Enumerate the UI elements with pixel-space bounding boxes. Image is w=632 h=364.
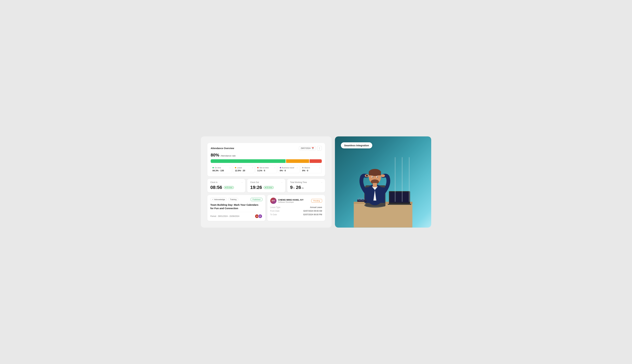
period-value: 29/01/2024 - 20/08/2024 — [218, 215, 239, 218]
to-date-val: 02/07/2024 06:00 PM — [303, 214, 322, 216]
stat-absent-label-row: Absent › — [302, 167, 320, 169]
to-date-row: To Date 02/07/2024 06:00 PM — [270, 214, 322, 216]
leave-chevron: › — [252, 167, 253, 169]
clock-out-status-badge: On time — [264, 186, 274, 189]
clock-out-header: Clock Out › — [250, 181, 282, 184]
leave-type-key: Leave Type — [270, 206, 280, 208]
from-date-val: 02/07/2024 09:00 AM — [303, 210, 322, 212]
clock-row: Clock In › 08:56 On time Clock Out › — [208, 179, 325, 192]
total-time-row: 9 h 26 m — [290, 185, 322, 190]
business-travel-chevron: › — [297, 167, 298, 169]
person-info: CHENG MING HANG, IVY Software Developer — [278, 198, 304, 203]
clock-in-status-badge: On time — [224, 186, 234, 189]
absent-label: Absent — [304, 167, 310, 169]
clock-in-chevron: › — [242, 181, 242, 183]
clock-out-on-time-dot — [265, 187, 266, 188]
announcement-card: ✓ Acknowledge Training Published Team Bu… — [208, 195, 265, 221]
person-role: Software Developer — [278, 201, 304, 203]
attendance-title: Attendance Overview — [211, 147, 234, 150]
clock-in-time-row: 08:56 On time — [210, 185, 242, 190]
not-on-time-label: Not on time — [260, 167, 268, 169]
to-date-key: To Date — [270, 214, 277, 216]
training-tag: Training — [228, 198, 238, 201]
clock-out-status: On time — [266, 186, 272, 188]
attendance-date-row: 29/07/2024 📅 ⋮ — [299, 146, 322, 150]
svg-marker-13 — [375, 186, 385, 203]
on-time-value: 84.3% · 135 — [212, 169, 230, 172]
date-text: 29/07/2024 — [301, 147, 310, 150]
leave-label: Leave — [237, 167, 242, 169]
total-chevron: › — [322, 181, 322, 183]
clock-in-card[interactable]: Clock In › 08:56 On time — [208, 179, 245, 192]
calendar-icon: 📅 — [312, 147, 314, 150]
leave-request-card: IVY CHENG MING HANG, IVY Software Develo… — [267, 195, 325, 221]
clock-out-chevron: › — [282, 181, 282, 183]
svg-point-21 — [377, 176, 378, 178]
seamless-integration-text: Seamless Integration — [344, 144, 369, 147]
not-on-time-value: 3.1% · 5 — [257, 169, 275, 172]
acknowledge-label: Acknowledge — [214, 198, 225, 200]
stats-row: On time › 84.3% · 135 Leave › 12.5% · 20 — [211, 165, 322, 173]
stat-on-time-label-row: On time › — [212, 167, 230, 169]
total-hours: 9 — [290, 185, 293, 190]
stat-business-travel[interactable]: Business travel › 0% · 0 — [278, 165, 300, 173]
clock-in-title: Clock In — [210, 181, 218, 184]
avatar-group: A B — [255, 214, 262, 218]
dot-red — [257, 167, 258, 168]
total-working-time-card[interactable]: Total Working Time › 9 h 26 m — [287, 179, 325, 192]
svg-point-20 — [372, 176, 373, 178]
from-date-row: From Date 02/07/2024 09:00 AM — [270, 210, 322, 212]
business-travel-label: Business travel — [282, 167, 294, 169]
stat-on-time[interactable]: On time › 84.3% · 135 — [211, 165, 232, 173]
on-time-label: On time — [214, 167, 221, 169]
stat-not-on-time[interactable]: Not on time › 3.1% · 5 — [256, 165, 277, 173]
dot-green — [212, 167, 214, 168]
left-panel: Attendance Overview 29/07/2024 📅 ⋮ 80% A… — [201, 136, 332, 228]
dot-orange — [235, 167, 236, 168]
stat-not-on-time-label-row: Not on time › — [257, 167, 275, 169]
published-label: Published — [252, 198, 260, 200]
progress-bar — [211, 159, 322, 163]
leave-type-row: Leave Type Annual Leave — [270, 206, 322, 208]
stat-leave[interactable]: Leave › 12.5% · 20 — [233, 165, 254, 173]
person-name: CHENG MING HANG, IVY — [278, 198, 304, 201]
svg-rect-5 — [388, 204, 411, 205]
absent-value: 0% · 0 — [302, 169, 320, 172]
svg-rect-4 — [390, 192, 409, 203]
dot-purple — [280, 167, 281, 168]
period-row: Period: 29/01/2024 - 20/08/2024 A B — [210, 214, 262, 218]
not-on-time-chevron: › — [274, 167, 275, 169]
pending-badge: Pending — [311, 199, 322, 202]
svg-rect-26 — [395, 157, 396, 202]
date-badge[interactable]: 29/07/2024 📅 — [299, 146, 316, 150]
svg-rect-16 — [369, 171, 381, 176]
attendance-header: Attendance Overview 29/07/2024 📅 ⋮ — [211, 146, 322, 150]
published-tag: Published — [251, 198, 262, 201]
hero-image-container: Seamless Integration — [335, 136, 431, 228]
rate-percent: 80% — [211, 152, 219, 158]
stat-absent[interactable]: Absent › 0% · 0 — [300, 165, 322, 173]
leave-person: IVY CHENG MING HANG, IVY Software Develo… — [270, 198, 304, 204]
person-avatar: IVY — [270, 198, 276, 204]
business-travel-value: 0% · 0 — [280, 169, 298, 172]
from-date-key: From Date — [270, 210, 280, 212]
progress-orange — [286, 159, 309, 163]
avatar-2: B — [258, 214, 262, 218]
on-time-chevron: › — [230, 167, 230, 169]
dot-gray — [302, 167, 304, 168]
announcement-title: Team Building Day: Mark Your Calendars f… — [210, 203, 262, 210]
clock-out-card[interactable]: Clock Out › 19:26 On time — [247, 179, 285, 192]
stat-leave-label-row: Leave › — [235, 167, 253, 169]
main-container: Attendance Overview 29/07/2024 📅 ⋮ 80% A… — [201, 136, 431, 228]
svg-rect-28 — [409, 157, 410, 202]
leave-type-val: Annual Leave — [310, 206, 322, 208]
progress-red — [310, 159, 322, 163]
leave-header: IVY CHENG MING HANG, IVY Software Develo… — [270, 198, 322, 204]
leave-value: 12.5% · 20 — [235, 169, 253, 172]
hours-unit: h — [293, 187, 294, 190]
clock-in-time: 08:56 — [210, 185, 222, 190]
check-icon: ✓ — [212, 198, 214, 200]
tag-row: ✓ Acknowledge Training Published — [210, 198, 262, 201]
svg-rect-27 — [402, 157, 402, 202]
more-options-button[interactable]: ⋮ — [317, 146, 322, 150]
